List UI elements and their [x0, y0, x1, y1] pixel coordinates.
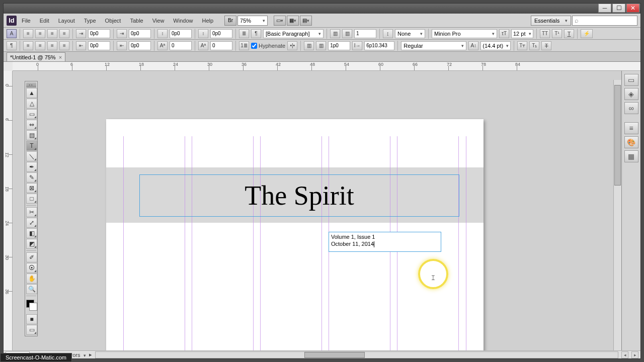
cursor-pos-field[interactable]: 6p10.343	[364, 41, 394, 50]
menu-window[interactable]: Window	[169, 16, 197, 26]
space-after-field[interactable]: 0p0	[210, 29, 232, 38]
space-before-field[interactable]: 0p0	[170, 29, 192, 38]
gradient-swatch-tool[interactable]: ◧	[26, 228, 37, 238]
drop-chars-field[interactable]: 0	[210, 41, 232, 50]
vertical-ruler[interactable]: 061218243036	[4, 71, 13, 350]
minimize-button[interactable]: ─	[598, 4, 611, 13]
title-text-frame[interactable]: The Spirit	[139, 174, 459, 217]
left-indent-field[interactable]: 0p0	[88, 29, 110, 38]
allcaps-icon[interactable]: TT	[540, 29, 550, 38]
preflight-menu[interactable]	[84, 352, 86, 358]
gradient-feather-tool[interactable]: ◩	[26, 239, 37, 249]
font-size-select[interactable]: 12 pt	[511, 29, 533, 38]
menu-help[interactable]: Help	[198, 16, 217, 26]
align-right-icon[interactable]: ≡	[47, 29, 57, 38]
note-tool[interactable]: ✐	[26, 252, 37, 262]
columns-field[interactable]: 1	[354, 29, 376, 38]
hyph-options-icon[interactable]: •|•	[287, 41, 297, 50]
close-tab-icon[interactable]: ×	[59, 54, 62, 60]
stroke-panel-icon[interactable]: ≡	[624, 122, 638, 134]
tools-panel[interactable]: ▲ △ ▭ ⇔ ▤ T ＼ ✒ ✎ ⊠ □ ✂ ⤢ ◧ ◩ ✐ ⦿ ✋ 🔍 ■ …	[25, 81, 38, 336]
menu-type[interactable]: Type	[80, 16, 100, 26]
drop-lines-field[interactable]: 0	[170, 41, 192, 50]
align-justify-icon[interactable]: ≡	[59, 29, 69, 38]
swatches-panel-icon[interactable]: ▦	[624, 150, 638, 162]
search-field[interactable]	[572, 16, 637, 26]
workspace-switcher[interactable]: Essentials	[531, 16, 571, 26]
gap-tool[interactable]: ⇔	[26, 120, 37, 130]
tools-panel-grip[interactable]	[26, 82, 36, 87]
menu-view[interactable]: View	[148, 16, 169, 26]
stroke-swatch[interactable]	[29, 303, 37, 311]
maximize-button[interactable]: ☐	[612, 4, 625, 13]
justify-left-icon[interactable]: ≡	[23, 41, 33, 50]
line-tool[interactable]: ＼	[26, 151, 37, 161]
content-collector-tool[interactable]: ▤	[26, 130, 37, 140]
menu-layout[interactable]: Layout	[54, 16, 79, 26]
columns-icon[interactable]: ▥	[330, 29, 340, 38]
span-field[interactable]: 1p0	[328, 41, 350, 50]
horizontal-ruler[interactable]: 0612182430364248546066727884	[13, 62, 640, 71]
type-tool[interactable]: T	[26, 141, 37, 151]
first-indent-field[interactable]: 0p0	[129, 29, 151, 38]
leading-select[interactable]: (14.4 pt)	[480, 41, 511, 50]
eyedropper-tool[interactable]: ⦿	[26, 263, 37, 273]
pages-panel-icon[interactable]: ▭	[624, 74, 638, 86]
menu-edit[interactable]: Edit	[36, 16, 53, 26]
pencil-tool[interactable]: ✎	[26, 172, 37, 183]
quick-apply-icon[interactable]: ⚡	[581, 29, 593, 38]
scroll-left-button[interactable]: ◂	[621, 351, 628, 358]
layers-panel-icon[interactable]: ◈	[624, 88, 638, 100]
hand-tool[interactable]: ✋	[26, 274, 37, 284]
scroll-right-button[interactable]: ▸	[631, 351, 638, 358]
last-indent-field[interactable]: 0p0	[129, 41, 151, 50]
zoom-tool[interactable]: 🔍	[26, 284, 37, 294]
status-open-icon[interactable]: ▸	[89, 351, 92, 358]
free-transform-tool[interactable]: ⤢	[26, 218, 37, 228]
font-family-select[interactable]: Minion Pro	[432, 29, 497, 38]
selection-tool[interactable]: ▲	[26, 88, 37, 98]
pen-tool[interactable]: ✒	[26, 162, 37, 172]
numbering-icon[interactable]: 1≣	[239, 41, 249, 50]
bullets-icon[interactable]: ≣	[239, 29, 249, 38]
view-options-button[interactable]: ▤	[300, 16, 312, 26]
span-icon[interactable]: ▥	[304, 41, 314, 50]
canvas[interactable]: The Spirit Volume 1, Issue 1 October 11,…	[13, 71, 640, 350]
right-indent-field[interactable]: 0p0	[88, 41, 110, 50]
paragraph-style-select[interactable]: [Basic Paragraph]	[263, 29, 324, 38]
bridge-button[interactable]: Br	[224, 16, 236, 26]
menu-file[interactable]: File	[18, 16, 35, 26]
arrange-button[interactable]: ▦	[287, 16, 299, 26]
zoom-level[interactable]: 75%	[237, 16, 268, 26]
scissors-tool[interactable]: ✂	[26, 207, 37, 217]
fill-stroke-swatch[interactable]	[26, 300, 37, 311]
font-style-select[interactable]: Regular	[401, 41, 466, 50]
span-columns-icon[interactable]: ▥	[342, 29, 352, 38]
horizontal-scroll-thumb[interactable]	[304, 352, 365, 358]
screen-mode-tool[interactable]: ▭	[26, 325, 37, 335]
split-icon[interactable]: ▥	[316, 41, 326, 50]
align-center-icon[interactable]: ≡	[35, 29, 45, 38]
strikethrough-icon[interactable]: T	[541, 41, 551, 50]
direct-selection-tool[interactable]: △	[26, 99, 37, 109]
smallcaps-icon[interactable]: Tᴛ	[517, 41, 527, 50]
document-tab[interactable]: *Untitled-1 @ 75% ×	[7, 52, 65, 61]
menu-object[interactable]: Object	[101, 16, 125, 26]
close-button[interactable]: ✕	[626, 4, 639, 13]
issue-text-frame[interactable]: Volume 1, Issue 1 October 11, 2014	[329, 232, 441, 252]
hyphenate-input[interactable]	[251, 43, 257, 49]
char-format-button[interactable]: A	[7, 29, 17, 38]
hyphenate-checkbox[interactable]: Hyphenate	[251, 43, 285, 49]
apply-color-button[interactable]: ■	[26, 314, 37, 324]
subscript-icon[interactable]: T₁	[529, 41, 539, 50]
vertical-scrollbar[interactable]	[613, 80, 621, 350]
screen-mode-button[interactable]: ▭	[274, 16, 286, 26]
vertical-scroll-thumb[interactable]	[614, 85, 621, 186]
rectangle-tool[interactable]: □	[26, 194, 37, 204]
color-panel-icon[interactable]: 🎨	[624, 136, 638, 148]
grid-align-select[interactable]: None	[395, 29, 425, 38]
links-panel-icon[interactable]: ∞	[624, 102, 638, 114]
para-format-button[interactable]: ¶	[7, 41, 17, 50]
menu-table[interactable]: Table	[126, 16, 147, 26]
justify-center-icon[interactable]: ≡	[35, 41, 45, 50]
